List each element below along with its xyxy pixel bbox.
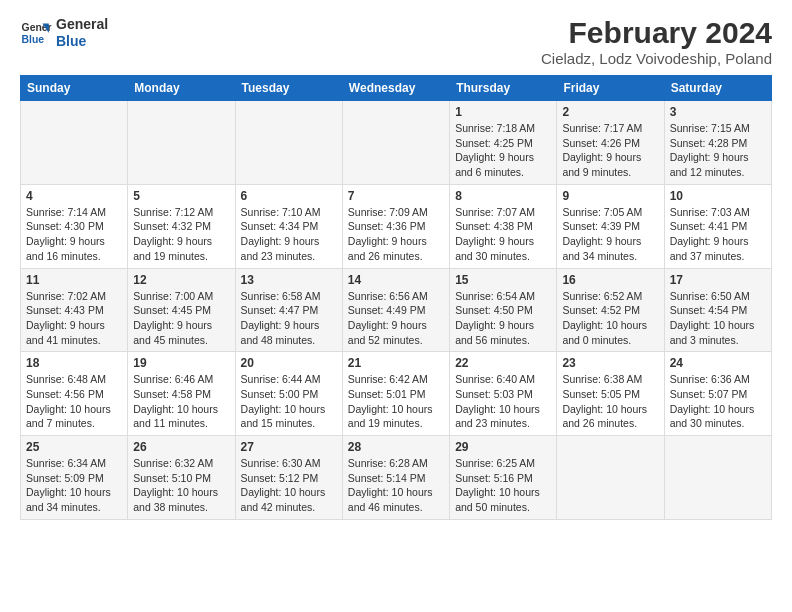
day-cell: 11Sunrise: 7:02 AM Sunset: 4:43 PM Dayli… (21, 268, 128, 352)
header-monday: Monday (128, 76, 235, 101)
day-info: Sunrise: 6:58 AM Sunset: 4:47 PM Dayligh… (241, 289, 337, 348)
week-row-4: 18Sunrise: 6:48 AM Sunset: 4:56 PM Dayli… (21, 352, 772, 436)
day-number: 6 (241, 189, 337, 203)
day-cell (21, 101, 128, 185)
day-number: 23 (562, 356, 658, 370)
day-info: Sunrise: 6:50 AM Sunset: 4:54 PM Dayligh… (670, 289, 766, 348)
day-cell: 4Sunrise: 7:14 AM Sunset: 4:30 PM Daylig… (21, 184, 128, 268)
logo-line1: General (56, 16, 108, 33)
day-cell: 9Sunrise: 7:05 AM Sunset: 4:39 PM Daylig… (557, 184, 664, 268)
title-section: February 2024 Cieladz, Lodz Voivodeship,… (541, 16, 772, 67)
day-number: 14 (348, 273, 444, 287)
day-info: Sunrise: 6:38 AM Sunset: 5:05 PM Dayligh… (562, 372, 658, 431)
day-info: Sunrise: 6:32 AM Sunset: 5:10 PM Dayligh… (133, 456, 229, 515)
svg-text:Blue: Blue (22, 33, 45, 44)
day-number: 18 (26, 356, 122, 370)
day-cell: 18Sunrise: 6:48 AM Sunset: 4:56 PM Dayli… (21, 352, 128, 436)
header-tuesday: Tuesday (235, 76, 342, 101)
day-number: 1 (455, 105, 551, 119)
day-cell: 17Sunrise: 6:50 AM Sunset: 4:54 PM Dayli… (664, 268, 771, 352)
main-title: February 2024 (541, 16, 772, 50)
day-info: Sunrise: 6:44 AM Sunset: 5:00 PM Dayligh… (241, 372, 337, 431)
day-cell: 5Sunrise: 7:12 AM Sunset: 4:32 PM Daylig… (128, 184, 235, 268)
day-cell: 10Sunrise: 7:03 AM Sunset: 4:41 PM Dayli… (664, 184, 771, 268)
day-cell: 12Sunrise: 7:00 AM Sunset: 4:45 PM Dayli… (128, 268, 235, 352)
day-cell: 14Sunrise: 6:56 AM Sunset: 4:49 PM Dayli… (342, 268, 449, 352)
day-cell: 8Sunrise: 7:07 AM Sunset: 4:38 PM Daylig… (450, 184, 557, 268)
day-info: Sunrise: 6:25 AM Sunset: 5:16 PM Dayligh… (455, 456, 551, 515)
day-cell: 27Sunrise: 6:30 AM Sunset: 5:12 PM Dayli… (235, 436, 342, 520)
day-cell: 13Sunrise: 6:58 AM Sunset: 4:47 PM Dayli… (235, 268, 342, 352)
day-info: Sunrise: 7:09 AM Sunset: 4:36 PM Dayligh… (348, 205, 444, 264)
day-cell (342, 101, 449, 185)
day-cell: 16Sunrise: 6:52 AM Sunset: 4:52 PM Dayli… (557, 268, 664, 352)
day-number: 8 (455, 189, 551, 203)
day-number: 22 (455, 356, 551, 370)
day-cell: 3Sunrise: 7:15 AM Sunset: 4:28 PM Daylig… (664, 101, 771, 185)
day-cell: 24Sunrise: 6:36 AM Sunset: 5:07 PM Dayli… (664, 352, 771, 436)
day-info: Sunrise: 6:42 AM Sunset: 5:01 PM Dayligh… (348, 372, 444, 431)
day-cell: 22Sunrise: 6:40 AM Sunset: 5:03 PM Dayli… (450, 352, 557, 436)
week-row-1: 1Sunrise: 7:18 AM Sunset: 4:25 PM Daylig… (21, 101, 772, 185)
calendar-table: SundayMondayTuesdayWednesdayThursdayFrid… (20, 75, 772, 520)
header-thursday: Thursday (450, 76, 557, 101)
page-header: General Blue General Blue February 2024 … (20, 16, 772, 67)
logo-line2: Blue (56, 33, 108, 50)
day-info: Sunrise: 7:02 AM Sunset: 4:43 PM Dayligh… (26, 289, 122, 348)
day-info: Sunrise: 7:15 AM Sunset: 4:28 PM Dayligh… (670, 121, 766, 180)
day-number: 19 (133, 356, 229, 370)
day-info: Sunrise: 6:36 AM Sunset: 5:07 PM Dayligh… (670, 372, 766, 431)
day-info: Sunrise: 6:28 AM Sunset: 5:14 PM Dayligh… (348, 456, 444, 515)
day-info: Sunrise: 7:10 AM Sunset: 4:34 PM Dayligh… (241, 205, 337, 264)
day-info: Sunrise: 7:12 AM Sunset: 4:32 PM Dayligh… (133, 205, 229, 264)
day-info: Sunrise: 6:56 AM Sunset: 4:49 PM Dayligh… (348, 289, 444, 348)
day-info: Sunrise: 6:40 AM Sunset: 5:03 PM Dayligh… (455, 372, 551, 431)
day-number: 17 (670, 273, 766, 287)
week-row-3: 11Sunrise: 7:02 AM Sunset: 4:43 PM Dayli… (21, 268, 772, 352)
day-number: 13 (241, 273, 337, 287)
header-sunday: Sunday (21, 76, 128, 101)
day-number: 12 (133, 273, 229, 287)
subtitle: Cieladz, Lodz Voivodeship, Poland (541, 50, 772, 67)
logo-icon: General Blue (20, 17, 52, 49)
day-number: 16 (562, 273, 658, 287)
logo: General Blue General Blue (20, 16, 108, 50)
day-number: 21 (348, 356, 444, 370)
day-cell: 21Sunrise: 6:42 AM Sunset: 5:01 PM Dayli… (342, 352, 449, 436)
day-number: 24 (670, 356, 766, 370)
week-row-2: 4Sunrise: 7:14 AM Sunset: 4:30 PM Daylig… (21, 184, 772, 268)
day-cell: 15Sunrise: 6:54 AM Sunset: 4:50 PM Dayli… (450, 268, 557, 352)
day-number: 28 (348, 440, 444, 454)
week-row-5: 25Sunrise: 6:34 AM Sunset: 5:09 PM Dayli… (21, 436, 772, 520)
day-number: 27 (241, 440, 337, 454)
day-cell: 28Sunrise: 6:28 AM Sunset: 5:14 PM Dayli… (342, 436, 449, 520)
day-number: 4 (26, 189, 122, 203)
day-cell (128, 101, 235, 185)
header-row: SundayMondayTuesdayWednesdayThursdayFrid… (21, 76, 772, 101)
day-info: Sunrise: 7:07 AM Sunset: 4:38 PM Dayligh… (455, 205, 551, 264)
day-cell: 19Sunrise: 6:46 AM Sunset: 4:58 PM Dayli… (128, 352, 235, 436)
day-cell: 26Sunrise: 6:32 AM Sunset: 5:10 PM Dayli… (128, 436, 235, 520)
day-number: 10 (670, 189, 766, 203)
day-cell: 25Sunrise: 6:34 AM Sunset: 5:09 PM Dayli… (21, 436, 128, 520)
day-info: Sunrise: 7:14 AM Sunset: 4:30 PM Dayligh… (26, 205, 122, 264)
day-info: Sunrise: 6:30 AM Sunset: 5:12 PM Dayligh… (241, 456, 337, 515)
day-number: 9 (562, 189, 658, 203)
header-saturday: Saturday (664, 76, 771, 101)
day-info: Sunrise: 6:54 AM Sunset: 4:50 PM Dayligh… (455, 289, 551, 348)
day-number: 5 (133, 189, 229, 203)
day-info: Sunrise: 6:48 AM Sunset: 4:56 PM Dayligh… (26, 372, 122, 431)
day-cell: 23Sunrise: 6:38 AM Sunset: 5:05 PM Dayli… (557, 352, 664, 436)
day-number: 7 (348, 189, 444, 203)
day-number: 15 (455, 273, 551, 287)
day-info: Sunrise: 6:34 AM Sunset: 5:09 PM Dayligh… (26, 456, 122, 515)
day-number: 20 (241, 356, 337, 370)
day-number: 2 (562, 105, 658, 119)
day-number: 29 (455, 440, 551, 454)
day-cell: 20Sunrise: 6:44 AM Sunset: 5:00 PM Dayli… (235, 352, 342, 436)
day-number: 26 (133, 440, 229, 454)
day-info: Sunrise: 6:46 AM Sunset: 4:58 PM Dayligh… (133, 372, 229, 431)
day-cell: 1Sunrise: 7:18 AM Sunset: 4:25 PM Daylig… (450, 101, 557, 185)
day-cell: 7Sunrise: 7:09 AM Sunset: 4:36 PM Daylig… (342, 184, 449, 268)
day-info: Sunrise: 7:05 AM Sunset: 4:39 PM Dayligh… (562, 205, 658, 264)
